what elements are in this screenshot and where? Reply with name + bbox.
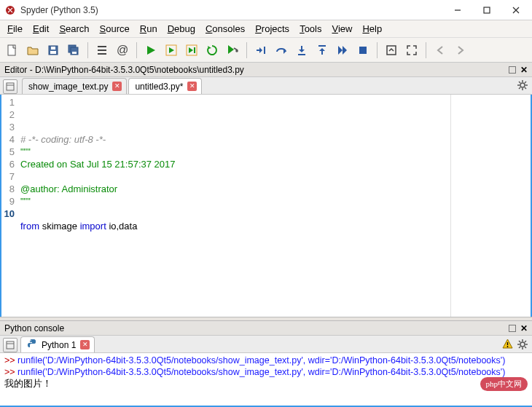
save-all-button[interactable] bbox=[64, 41, 83, 60]
run-cell-advance-button[interactable] bbox=[182, 41, 201, 60]
console-output[interactable]: >> runfile('D:/WinPython-64bit-3.5.3.0Qt… bbox=[0, 353, 532, 407]
toolbar-separator bbox=[377, 42, 378, 58]
console-browse-button[interactable] bbox=[3, 338, 17, 352]
tab-close-icon[interactable]: ✕ bbox=[112, 82, 122, 91]
open-file-button[interactable] bbox=[23, 41, 42, 60]
console-tabs: Python 1 ✕ bbox=[0, 336, 532, 353]
toolbar-separator bbox=[426, 42, 426, 58]
menu-consoles[interactable]: Consoles bbox=[201, 22, 249, 36]
debug-stop-button[interactable] bbox=[353, 41, 372, 60]
svg-rect-35 bbox=[7, 341, 14, 349]
menu-edit[interactable]: Edit bbox=[28, 22, 53, 36]
toolbar-separator bbox=[136, 42, 137, 58]
menu-search[interactable]: Search bbox=[55, 22, 93, 36]
watermark: php中文网 bbox=[480, 377, 528, 391]
svg-line-34 bbox=[519, 87, 520, 89]
svg-line-32 bbox=[525, 87, 526, 89]
svg-point-18 bbox=[235, 50, 238, 52]
svg-point-37 bbox=[30, 340, 31, 341]
console-tab-close-icon[interactable]: ✕ bbox=[80, 340, 90, 349]
close-button[interactable] bbox=[501, 1, 531, 20]
console-title-bar: Python console ✕ bbox=[0, 321, 532, 336]
nav-forward-button[interactable] bbox=[451, 41, 470, 60]
maximize-pane-button[interactable] bbox=[382, 41, 401, 60]
svg-point-40 bbox=[520, 342, 525, 347]
maximize-button[interactable] bbox=[472, 1, 501, 20]
console-tab-python1[interactable]: Python 1 ✕ bbox=[20, 336, 95, 352]
toolbar-separator bbox=[246, 42, 247, 58]
save-button[interactable] bbox=[44, 41, 63, 60]
app-title: Spyder (Python 3.5) bbox=[20, 5, 443, 15]
console-options-icon[interactable] bbox=[517, 339, 528, 352]
debug-continue-button[interactable] bbox=[333, 41, 352, 60]
new-file-button[interactable] bbox=[3, 41, 22, 60]
browse-tabs-button[interactable] bbox=[3, 79, 17, 94]
menu-projects[interactable]: Projects bbox=[251, 22, 294, 36]
svg-rect-8 bbox=[51, 47, 55, 50]
svg-line-48 bbox=[519, 347, 520, 348]
svg-rect-22 bbox=[359, 47, 367, 54]
menu-file[interactable]: File bbox=[3, 22, 27, 36]
code-body[interactable]: # -*- coding: utf-8 -*-"""Created on Sat… bbox=[17, 95, 450, 317]
console-tab-label: Python 1 bbox=[42, 340, 76, 350]
minimize-button[interactable] bbox=[443, 1, 472, 20]
svg-line-33 bbox=[525, 82, 526, 83]
menu-debug[interactable]: Debug bbox=[163, 22, 200, 36]
editor-options-icon[interactable] bbox=[517, 80, 528, 92]
debug-step-out-button[interactable] bbox=[313, 41, 332, 60]
titlebar: Spyder (Python 3.5) bbox=[0, 0, 532, 20]
pane-close-icon[interactable]: ✕ bbox=[520, 65, 528, 75]
svg-point-26 bbox=[520, 83, 525, 87]
app-icon bbox=[4, 4, 16, 16]
svg-line-46 bbox=[525, 347, 526, 348]
svg-rect-7 bbox=[50, 51, 56, 54]
run-cell-button[interactable] bbox=[162, 41, 181, 60]
svg-line-31 bbox=[519, 82, 520, 83]
menu-source[interactable]: Source bbox=[95, 22, 134, 36]
fullscreen-button[interactable] bbox=[402, 41, 421, 60]
menu-view[interactable]: View bbox=[327, 22, 356, 36]
editor-tab[interactable]: untitled3.py*✕ bbox=[128, 78, 202, 94]
svg-point-39 bbox=[507, 346, 509, 347]
run-button[interactable] bbox=[141, 41, 160, 60]
menubar: FileEditSearchSourceRunDebugConsolesProj… bbox=[0, 20, 532, 38]
tab-label: untitled3.py* bbox=[135, 82, 183, 92]
menu-tools[interactable]: Tools bbox=[295, 22, 326, 36]
svg-rect-2 bbox=[484, 7, 490, 13]
toolbar-separator bbox=[87, 42, 88, 58]
editor-tabs: show_image_text.py✕untitled3.py*✕ bbox=[0, 77, 532, 95]
svg-rect-24 bbox=[7, 83, 14, 90]
console-dock-icon[interactable] bbox=[509, 325, 516, 332]
debug-step-into-button[interactable] bbox=[292, 41, 311, 60]
menu-run[interactable]: Run bbox=[136, 22, 162, 36]
console-title: Python console bbox=[4, 323, 506, 333]
nav-back-button[interactable] bbox=[431, 41, 450, 60]
editor-tab[interactable]: show_image_text.py✕ bbox=[22, 78, 127, 94]
svg-line-47 bbox=[525, 341, 526, 342]
line-gutter: 12345678910 bbox=[1, 95, 17, 317]
editor-label: Editor - bbox=[4, 65, 35, 75]
editor-path-bar: Editor - D:\WinPython-64bit-3.5.3.0Qt5\n… bbox=[0, 63, 532, 77]
rerun-button[interactable] bbox=[203, 41, 222, 60]
code-editor[interactable]: 12345678910 # -*- coding: utf-8 -*-"""Cr… bbox=[0, 95, 532, 317]
menu-help[interactable]: Help bbox=[358, 22, 386, 36]
debug-step-over-button[interactable] bbox=[272, 41, 291, 60]
editor-path: D:\WinPython-64bit-3.5.3.0Qt5\notebooks\… bbox=[35, 65, 244, 75]
svg-line-45 bbox=[519, 341, 520, 342]
console-warning-icon[interactable] bbox=[502, 339, 513, 352]
svg-rect-11 bbox=[72, 52, 77, 54]
debug-step-button[interactable] bbox=[251, 41, 270, 60]
tab-label: show_image_text.py bbox=[28, 82, 108, 92]
run-settings-button[interactable] bbox=[223, 41, 242, 60]
at-button[interactable]: @ bbox=[113, 41, 132, 60]
toolbar: @ bbox=[0, 38, 532, 63]
tab-close-icon[interactable]: ✕ bbox=[187, 82, 197, 91]
dock-icon[interactable] bbox=[509, 66, 516, 74]
console-close-icon[interactable]: ✕ bbox=[520, 323, 528, 333]
outline-button[interactable] bbox=[93, 41, 112, 60]
python-icon bbox=[27, 339, 37, 351]
editor-margin-guide bbox=[450, 95, 531, 317]
svg-rect-23 bbox=[387, 46, 396, 55]
